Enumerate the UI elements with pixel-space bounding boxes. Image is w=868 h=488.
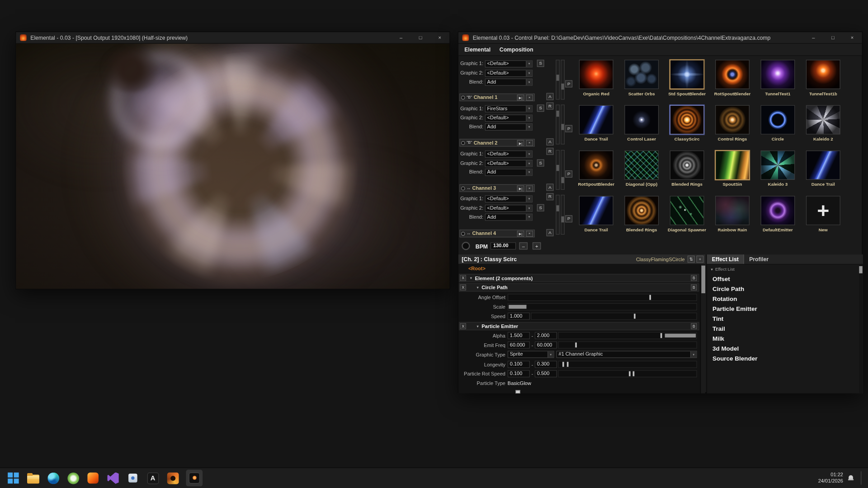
p-button[interactable]: P [565,80,572,88]
graphic-thumbnail[interactable]: Diagonal (Opp) [619,149,664,194]
a-button[interactable]: A [547,184,554,191]
scale-slider[interactable] [508,303,697,310]
circle-path-row[interactable]: X ▼ Circle Path B [459,283,699,291]
channel-play-icon[interactable]: ▶| [517,230,524,236]
graphic1-select[interactable]: <Default>▼ [485,195,533,202]
slider-handle[interactable] [563,362,565,367]
close-icon[interactable]: × [430,32,449,43]
speed-value[interactable]: 1.000 [508,313,530,320]
dropdown-arrow-icon[interactable]: ▼ [526,70,532,76]
dropdown-arrow-icon[interactable]: ▼ [526,115,532,121]
channel-play-icon[interactable]: ▶| [517,140,524,145]
graphic-type-select[interactable]: Sprite▼ [508,351,554,358]
remove-component-button[interactable]: X [460,275,466,281]
a-button[interactable]: A [547,229,554,236]
particle-type-value[interactable]: BasicGlow [508,380,531,386]
channel-fader[interactable] [561,150,565,190]
fader-thumb[interactable] [561,177,564,183]
rot-speed-max-value[interactable]: 0.500 [535,370,557,377]
edge-browser-button[interactable] [47,471,60,484]
graphic-thumbnail[interactable]: TunnelTest1b [801,58,846,103]
dropdown-arrow-icon[interactable]: ▼ [526,169,532,175]
remove-component-button[interactable]: X [460,284,466,290]
tree-expand-icon[interactable]: ▼ [476,324,479,328]
tree-expand-icon[interactable]: ▼ [469,277,472,280]
bypass-button[interactable]: B [691,284,697,290]
slider-handle[interactable] [575,343,577,347]
dropdown-arrow-icon[interactable]: ▼ [690,352,696,357]
emit-freq-slider[interactable] [558,342,697,349]
dropdown-arrow-icon[interactable]: ▼ [526,214,532,220]
alpha-min-value[interactable]: 1.500 [508,332,530,339]
remove-component-button[interactable]: X [460,323,466,329]
fader-thumb[interactable] [561,84,564,89]
effect-item-tint[interactable]: Tint [712,315,723,322]
r-button[interactable]: R [547,193,554,200]
start-button[interactable] [7,471,20,484]
channel4-header[interactable]: ↔ Channel 4 ▶| × [459,230,535,237]
graphic2-select[interactable]: <Default>▼ [485,70,533,77]
graphic-thumbnail-active[interactable]: ClassyScirc [664,103,709,149]
tab-profiler[interactable]: Profiler [744,254,774,264]
graphic1-select[interactable]: FireStars▼ [485,105,533,112]
longevity-min-value[interactable]: 0.100 [508,361,530,368]
blend-select[interactable]: Add▼ [485,78,533,85]
channel-close-icon[interactable]: × [526,140,533,145]
graphic-thumbnail[interactable]: Scatter Orbs [619,58,664,103]
r-button[interactable]: R [547,103,554,110]
graphic-channel-select[interactable]: #1 Channel Graphic▼ [557,351,697,358]
graphic-thumbnail[interactable]: RotSpoutBlender [574,149,619,194]
new-graphic-button[interactable]: +New [801,194,846,239]
graphic-thumbnail[interactable]: Diagonal Spawner [664,194,709,239]
warm-palette-app-button[interactable] [166,471,179,484]
solo-button[interactable]: S [537,104,544,112]
dropdown-arrow-icon[interactable]: ▼ [526,196,532,202]
maximize-icon[interactable]: □ [823,32,843,43]
channel-fader[interactable] [556,60,560,99]
solo-button[interactable]: S [537,60,544,67]
slider-handle[interactable] [660,333,662,338]
channel-close-icon[interactable]: × [526,185,533,191]
channel-enable-radio[interactable] [461,231,465,235]
dropdown-arrow-icon[interactable]: ▼ [526,205,532,211]
tree-expand-icon[interactable]: ▼ [476,286,479,289]
channel-close-icon[interactable]: × [526,230,533,236]
slider-handle[interactable] [634,314,636,319]
visual-studio-button[interactable] [106,471,119,484]
fader-thumb[interactable] [557,75,559,80]
effect-item-offset[interactable]: Offset [712,276,730,282]
channel-fader[interactable] [556,150,560,190]
graphic-thumbnail[interactable]: Kaleido 2 [801,103,846,149]
alpha-slider[interactable] [558,332,697,339]
channel-fader[interactable] [561,195,565,235]
solo-button[interactable]: S [537,204,544,211]
speed-slider[interactable] [531,313,697,320]
channel2-header[interactable]: "B" Channel 2 ▶| × [459,139,535,146]
fader-thumb[interactable] [557,111,559,117]
slider-handle[interactable] [567,362,569,367]
channel-enable-radio[interactable] [461,95,465,99]
longevity-max-value[interactable]: 0.300 [535,361,557,368]
tab-effect-list[interactable]: Effect List [707,254,744,264]
graphic-thumbnail[interactable]: Rainbow Rain [710,194,755,239]
dropdown-arrow-icon[interactable]: ▼ [526,61,532,66]
bpm-knob[interactable] [462,242,470,250]
editor-scrollbar[interactable] [700,264,705,393]
scrollbar-thumb[interactable] [701,266,705,293]
dropdown-arrow-icon[interactable]: ▼ [526,105,532,111]
preview-titlebar[interactable]: Elemental - 0.03 - [Spout Output 1920x10… [16,32,450,44]
graphic-thumbnail-selected[interactable]: SpoutSin [710,149,755,194]
dropdown-arrow-icon[interactable]: ▼ [526,79,532,84]
dropdown-arrow-icon[interactable]: ▼ [526,160,532,166]
p-button[interactable]: P [565,215,572,222]
control-titlebar[interactable]: Elemental 0.03 - Control Panel: D:\GameD… [458,32,862,44]
fader-thumb[interactable] [561,124,564,130]
p-button[interactable]: P [565,170,572,178]
orange-app-button[interactable] [86,471,99,484]
blend-select[interactable]: Add▼ [485,169,533,176]
bpm-decrease-button[interactable]: – [519,242,528,249]
graphic-thumbnail[interactable]: Blended Rings [664,149,709,194]
add-component-button[interactable]: + [696,256,703,263]
graphic-thumbnail[interactable]: Kaleido 3 [755,149,800,194]
blend-select[interactable]: Add▼ [485,123,533,130]
